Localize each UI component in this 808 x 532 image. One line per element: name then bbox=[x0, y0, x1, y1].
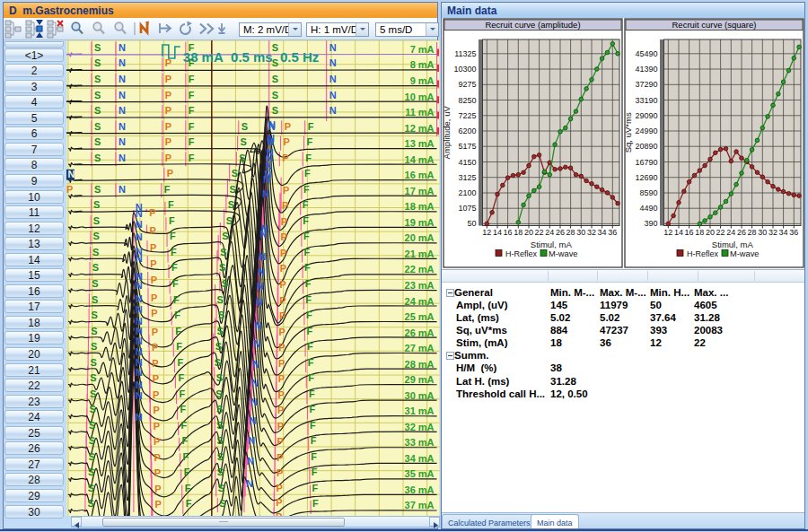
svg-text:S: S bbox=[93, 184, 100, 195]
svg-text:P: P bbox=[280, 231, 286, 242]
svg-text:S: S bbox=[88, 451, 94, 462]
svg-text:N: N bbox=[266, 147, 273, 158]
svg-text:S: S bbox=[92, 215, 99, 226]
svg-text:41390: 41390 bbox=[635, 65, 657, 74]
svg-text:S: S bbox=[91, 326, 97, 336]
svg-text:P: P bbox=[164, 136, 171, 147]
svg-text:25 mA: 25 mA bbox=[404, 311, 434, 322]
svg-text:P: P bbox=[153, 389, 159, 400]
svg-text:N: N bbox=[248, 435, 255, 446]
svg-text:N: N bbox=[329, 105, 336, 116]
svg-text:33190: 33190 bbox=[635, 96, 657, 105]
svg-text:Stimul, mA: Stimul, mA bbox=[712, 240, 754, 249]
svg-text:28 mA: 28 mA bbox=[404, 359, 434, 370]
svg-text:S: S bbox=[93, 199, 100, 210]
svg-text:P: P bbox=[164, 105, 171, 116]
svg-text:27 mA: 27 mA bbox=[404, 343, 434, 353]
svg-text:F: F bbox=[310, 420, 316, 431]
svg-text:N: N bbox=[258, 266, 265, 277]
svg-text:12690: 12690 bbox=[635, 173, 657, 182]
svg-text:14: 14 bbox=[674, 228, 683, 237]
svg-text:S: S bbox=[93, 42, 100, 53]
svg-text:14: 14 bbox=[493, 228, 502, 237]
svg-text:10 mA: 10 mA bbox=[404, 92, 434, 102]
svg-text:21 mA: 21 mA bbox=[404, 249, 434, 259]
svg-text:N: N bbox=[118, 136, 125, 147]
svg-text:P: P bbox=[151, 327, 157, 337]
svg-text:F: F bbox=[305, 294, 312, 305]
svg-text:26 mA: 26 mA bbox=[404, 327, 434, 338]
svg-text:N: N bbox=[118, 153, 125, 163]
svg-text:S: S bbox=[87, 499, 93, 510]
svg-text:8590: 8590 bbox=[639, 188, 657, 197]
svg-text:16790: 16790 bbox=[635, 158, 657, 167]
svg-text:N: N bbox=[247, 456, 254, 467]
svg-text:S: S bbox=[216, 435, 223, 446]
svg-text:N: N bbox=[118, 57, 125, 68]
svg-text:N: N bbox=[245, 478, 252, 489]
svg-text:20 mA: 20 mA bbox=[404, 232, 434, 243]
svg-text:F: F bbox=[311, 467, 317, 477]
svg-text:S: S bbox=[215, 341, 221, 352]
svg-text:18 mA: 18 mA bbox=[404, 201, 434, 212]
svg-text:22 mA: 22 mA bbox=[404, 264, 434, 275]
svg-text:P: P bbox=[277, 436, 283, 447]
svg-text:28: 28 bbox=[566, 228, 575, 237]
svg-text:37 mA: 37 mA bbox=[404, 501, 434, 511]
svg-text:4150: 4150 bbox=[458, 158, 476, 167]
svg-text:F: F bbox=[304, 168, 311, 179]
svg-text:F: F bbox=[188, 42, 194, 53]
svg-text:S: S bbox=[93, 105, 100, 116]
svg-text:P: P bbox=[277, 452, 283, 463]
svg-text:P: P bbox=[164, 121, 171, 132]
svg-text:12 mA: 12 mA bbox=[404, 123, 434, 134]
svg-text:S: S bbox=[216, 294, 223, 305]
svg-text:P: P bbox=[152, 342, 158, 353]
svg-text:N: N bbox=[255, 297, 262, 308]
svg-text:7225: 7225 bbox=[458, 111, 476, 120]
svg-text:F: F bbox=[176, 341, 182, 352]
svg-text:30 mA: 30 mA bbox=[404, 390, 434, 401]
svg-text:N: N bbox=[329, 90, 336, 100]
svg-text:P: P bbox=[150, 275, 156, 285]
svg-text:N: N bbox=[118, 184, 125, 195]
svg-text:N: N bbox=[135, 231, 142, 242]
svg-text:F: F bbox=[184, 483, 190, 493]
svg-text:P: P bbox=[278, 342, 285, 353]
svg-text:S: S bbox=[271, 74, 277, 84]
svg-text:P: P bbox=[150, 258, 156, 269]
svg-text:S: S bbox=[216, 451, 223, 462]
svg-text:P: P bbox=[164, 90, 171, 100]
svg-text:F: F bbox=[180, 404, 186, 414]
svg-text:12: 12 bbox=[663, 228, 672, 237]
svg-text:N: N bbox=[256, 281, 263, 292]
svg-text:P: P bbox=[276, 511, 282, 516]
svg-text:N: N bbox=[135, 304, 142, 315]
svg-text:P: P bbox=[277, 373, 284, 384]
svg-text:N: N bbox=[135, 367, 142, 378]
svg-text:F: F bbox=[307, 341, 313, 352]
svg-text:N: N bbox=[67, 169, 75, 179]
svg-text:N: N bbox=[135, 412, 142, 423]
svg-text:S: S bbox=[220, 247, 226, 257]
svg-text:P: P bbox=[280, 248, 286, 258]
svg-text:30: 30 bbox=[758, 228, 767, 237]
svg-text:P: P bbox=[153, 405, 159, 415]
svg-text:F: F bbox=[303, 215, 309, 226]
svg-text:S: S bbox=[89, 404, 95, 414]
svg-text:16: 16 bbox=[685, 228, 694, 237]
svg-text:P: P bbox=[152, 358, 158, 369]
svg-text:P: P bbox=[283, 185, 289, 196]
svg-text:F: F bbox=[307, 357, 313, 368]
svg-text:N: N bbox=[135, 208, 142, 219]
svg-text:S: S bbox=[90, 341, 96, 352]
svg-text:N: N bbox=[135, 293, 142, 304]
svg-text:F: F bbox=[188, 57, 194, 68]
svg-text:33 mA: 33 mA bbox=[404, 437, 434, 448]
svg-text:F: F bbox=[181, 435, 188, 446]
svg-text:16: 16 bbox=[504, 228, 513, 237]
svg-text:F: F bbox=[171, 262, 178, 273]
svg-text:22: 22 bbox=[535, 228, 544, 237]
svg-text:S: S bbox=[93, 121, 100, 132]
svg-text:S: S bbox=[88, 435, 94, 446]
